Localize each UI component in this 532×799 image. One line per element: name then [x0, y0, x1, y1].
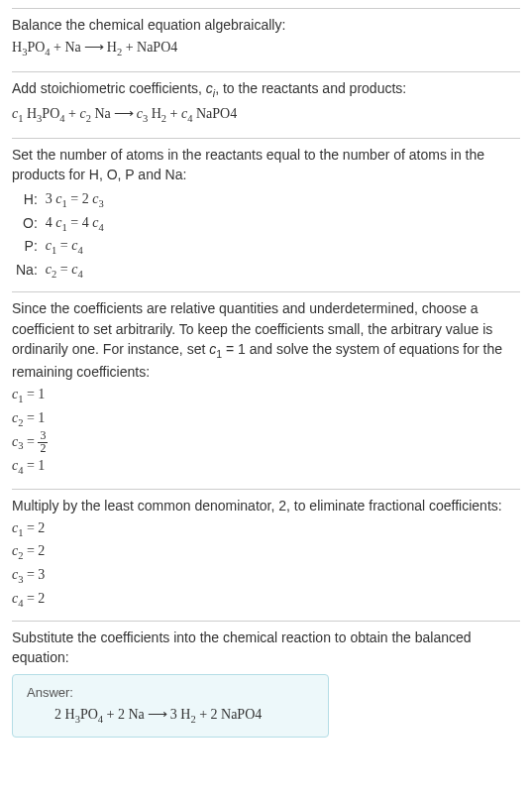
coef-value: c4 = 1: [12, 455, 520, 479]
section-multiply-lcd: Multiply by the least common denominator…: [12, 489, 520, 621]
table-row: O: 4 c1 = 4 c4: [12, 212, 108, 236]
unbalanced-equation: H3PO4 + Na ⟶ H2 + NaPO4: [12, 37, 520, 61]
balance-equation: 4 c1 = 4 c4: [42, 212, 108, 236]
ci-symbol: ci: [206, 80, 215, 96]
balance-equation: c2 = c4: [42, 259, 108, 283]
atom-balance-intro: Set the number of atoms in the reactants…: [12, 145, 520, 185]
coefficient-equation: c1 H3PO4 + c2 Na ⟶ c3 H2 + c4 NaPO4: [12, 103, 520, 128]
intro-text: Balance the chemical equation algebraica…: [12, 15, 520, 35]
table-row: Na: c2 = c4: [12, 259, 108, 283]
element-label: P:: [12, 235, 42, 259]
coef-value: c4 = 2: [12, 588, 520, 612]
solve-intro: Since the coefficients are relative quan…: [12, 298, 520, 382]
section-substitute: Substitute the coefficients into the che…: [12, 621, 520, 746]
answer-label: Answer:: [27, 685, 314, 700]
section-balance-intro: Balance the chemical equation algebraica…: [12, 8, 520, 71]
section-add-coefficients: Add stoichiometric coefficients, ci, to …: [12, 71, 520, 138]
coef-value: c2 = 2: [12, 540, 520, 564]
table-row: P: c1 = c4: [12, 235, 108, 259]
section-solve-initial: Since the coefficients are relative quan…: [12, 291, 520, 488]
coef-value: c3 = 32: [12, 430, 520, 455]
balance-equation: c1 = c4: [42, 235, 108, 259]
element-label: Na:: [12, 259, 42, 283]
section-atom-balance: Set the number of atoms in the reactants…: [12, 138, 520, 292]
substitute-intro: Substitute the coefficients into the che…: [12, 628, 520, 668]
element-label: O:: [12, 212, 42, 236]
stoich-text: Add stoichiometric coefficients, ci, to …: [12, 78, 520, 101]
element-label: H:: [12, 188, 42, 212]
coefficient-list-scaled: c1 = 2 c2 = 2 c3 = 3 c4 = 2: [12, 517, 520, 611]
table-row: H: 3 c1 = 2 c3: [12, 188, 108, 212]
balanced-equation: 2 H3PO4 + 2 Na ⟶ 3 H2 + 2 NaPO4: [27, 706, 314, 725]
lcd-intro: Multiply by the least common denominator…: [12, 496, 520, 515]
coef-value: c2 = 1: [12, 407, 520, 431]
coef-value: c1 = 1: [12, 384, 520, 407]
balance-equation: 3 c1 = 2 c3: [42, 188, 108, 212]
coef-value: c1 = 2: [12, 517, 520, 541]
atom-balance-table: H: 3 c1 = 2 c3 O: 4 c1 = 4 c4 P: c1 = c4…: [12, 188, 108, 282]
coef-value: c3 = 3: [12, 564, 520, 588]
coefficient-list: c1 = 1 c2 = 1 c3 = 32 c4 = 1: [12, 384, 520, 478]
answer-box: Answer: 2 H3PO4 + 2 Na ⟶ 3 H2 + 2 NaPO4: [12, 674, 329, 738]
